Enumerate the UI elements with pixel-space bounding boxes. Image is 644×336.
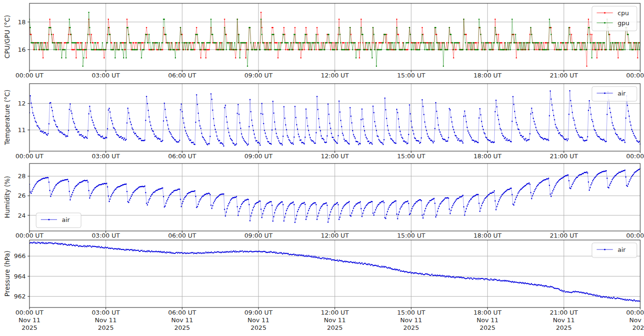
svg-text:Nov 11: Nov 11 <box>477 317 499 324</box>
svg-text:06:00 UT: 06:00 UT <box>168 153 196 160</box>
time-series-chart: 161800:00 UT03:00 UT06:00 UT09:00 UT12:0… <box>0 0 644 336</box>
svg-text:Nov 11: Nov 11 <box>400 317 422 324</box>
svg-text:21:00 UT: 21:00 UT <box>550 153 578 160</box>
svg-text:09:00 UT: 09:00 UT <box>244 232 272 239</box>
svg-text:15:00 UT: 15:00 UT <box>397 309 425 316</box>
svg-text:966: 966 <box>14 252 26 259</box>
svg-text:air: air <box>618 246 626 253</box>
svg-text:03:00 UT: 03:00 UT <box>92 72 120 79</box>
svg-text:12:00 UT: 12:00 UT <box>321 153 349 160</box>
svg-text:21:00 UT: 21:00 UT <box>550 232 578 239</box>
svg-text:air: air <box>618 90 626 97</box>
svg-text:15:00 UT: 15:00 UT <box>397 72 425 79</box>
svg-text:21:00 UT: 21:00 UT <box>550 72 578 79</box>
svg-text:06:00 UT: 06:00 UT <box>168 232 196 239</box>
svg-text:24: 24 <box>18 212 26 219</box>
svg-text:00:00 UT: 00:00 UT <box>626 72 644 79</box>
svg-text:06:00 UT: 06:00 UT <box>168 309 196 316</box>
svg-text:00:00 UT: 00:00 UT <box>15 72 43 79</box>
y-axis-label-cpu-gpu: CPU/GPU (°C) <box>1 3 13 70</box>
svg-text:18:00 UT: 18:00 UT <box>473 309 501 316</box>
svg-text:2025: 2025 <box>556 324 572 331</box>
svg-text:15:00 UT: 15:00 UT <box>397 232 425 239</box>
svg-text:Nov 11: Nov 11 <box>553 317 575 324</box>
svg-text:03:00 UT: 03:00 UT <box>92 232 120 239</box>
svg-text:03:00 UT: 03:00 UT <box>92 309 120 316</box>
svg-text:2025: 2025 <box>250 324 266 331</box>
svg-text:18:00 UT: 18:00 UT <box>473 153 501 160</box>
svg-text:26: 26 <box>18 192 26 199</box>
svg-text:15:00 UT: 15:00 UT <box>397 153 425 160</box>
svg-text:11: 11 <box>18 126 26 134</box>
svg-text:12:00 UT: 12:00 UT <box>321 309 349 316</box>
svg-text:2025: 2025 <box>174 324 190 331</box>
svg-text:06:00 UT: 06:00 UT <box>168 72 196 79</box>
svg-text:03:00 UT: 03:00 UT <box>92 153 120 160</box>
svg-text:28: 28 <box>18 173 26 180</box>
svg-text:12:00 UT: 12:00 UT <box>321 72 349 79</box>
svg-text:2025: 2025 <box>480 324 495 331</box>
y-axis-label-pressure: Pressure (hPa) <box>1 240 13 307</box>
svg-text:09:00 UT: 09:00 UT <box>244 72 272 79</box>
svg-text:962: 962 <box>14 293 26 300</box>
svg-text:18:00 UT: 18:00 UT <box>473 72 501 79</box>
svg-text:Nov 11: Nov 11 <box>248 317 269 324</box>
y-axis-label-humidity: Humidity (%) <box>1 163 13 231</box>
svg-text:cpu: cpu <box>618 10 629 17</box>
svg-text:2025: 2025 <box>632 324 644 331</box>
svg-text:16: 16 <box>18 46 26 53</box>
weather-station-multipanel-figure: 161800:00 UT03:00 UT06:00 UT09:00 UT12:0… <box>0 0 644 336</box>
svg-text:964: 964 <box>14 273 26 280</box>
svg-text:18: 18 <box>18 19 26 26</box>
svg-text:21:00 UT: 21:00 UT <box>550 309 578 316</box>
y-axis-label-temperature: Temperature (°C) <box>1 84 13 151</box>
svg-text:00:00 UT: 00:00 UT <box>15 153 43 160</box>
svg-text:2025: 2025 <box>327 324 343 331</box>
svg-text:00:00 UT: 00:00 UT <box>15 309 43 316</box>
svg-text:00:00 UT: 00:00 UT <box>626 232 644 239</box>
svg-text:00:00 UT: 00:00 UT <box>626 309 644 316</box>
svg-text:09:00 UT: 09:00 UT <box>244 153 272 160</box>
svg-text:Nov 11: Nov 11 <box>95 317 117 324</box>
svg-text:18:00 UT: 18:00 UT <box>473 232 501 239</box>
svg-text:Nov 11: Nov 11 <box>19 317 40 324</box>
svg-text:Nov 12: Nov 12 <box>629 317 644 324</box>
svg-text:2025: 2025 <box>404 324 419 331</box>
svg-text:12:00 UT: 12:00 UT <box>321 232 349 239</box>
svg-text:Nov 11: Nov 11 <box>324 317 346 324</box>
svg-text:09:00 UT: 09:00 UT <box>244 309 272 316</box>
svg-text:2025: 2025 <box>98 324 114 331</box>
svg-text:gpu: gpu <box>618 19 630 27</box>
svg-text:2025: 2025 <box>21 324 37 331</box>
svg-text:Nov 11: Nov 11 <box>171 317 193 324</box>
svg-text:00:00 UT: 00:00 UT <box>15 232 43 239</box>
svg-text:air: air <box>62 216 70 223</box>
svg-text:12: 12 <box>18 100 26 107</box>
svg-text:00:00 UT: 00:00 UT <box>626 153 644 160</box>
